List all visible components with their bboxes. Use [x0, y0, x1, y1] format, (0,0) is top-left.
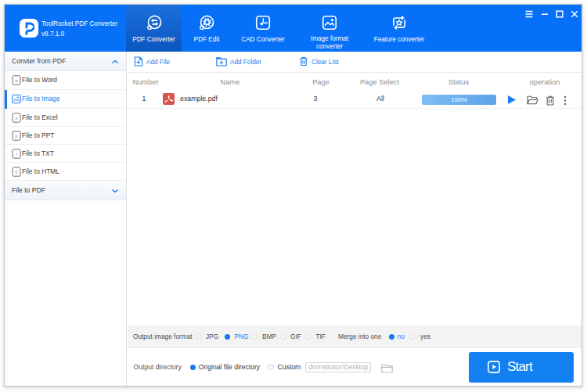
- svg-text:w: w: [15, 78, 18, 83]
- svg-text:t: t: [16, 152, 17, 156]
- svg-text:e: e: [16, 116, 18, 120]
- svg-text:h: h: [16, 170, 18, 174]
- svg-text:p: p: [16, 134, 18, 138]
